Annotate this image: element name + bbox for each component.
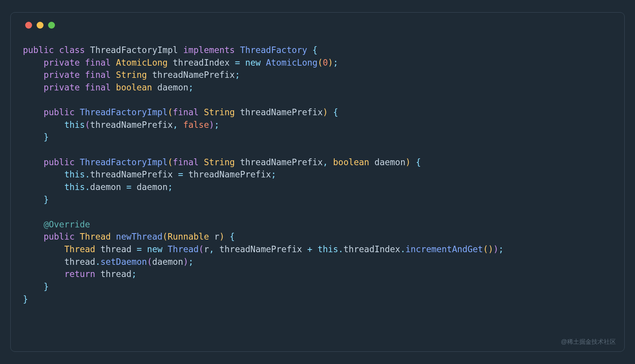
code-line: public ThreadFactoryImpl(final String th… — [23, 106, 612, 119]
code-token: ; — [189, 257, 194, 267]
code-token: threadNamePrefix — [214, 244, 307, 254]
code-line: @Override — [23, 218, 612, 231]
code-token — [111, 232, 116, 242]
code-token: . — [400, 244, 406, 254]
code-line: } — [23, 280, 612, 293]
code-token: this — [64, 169, 85, 179]
code-token: thread — [64, 257, 95, 267]
code-token: public — [44, 107, 80, 117]
watermark: @稀土掘金技术社区 — [561, 338, 616, 346]
code-token: threadIndex — [168, 58, 235, 68]
code-token: , — [323, 157, 328, 167]
minimize-icon[interactable] — [37, 22, 44, 29]
code-line: public Thread newThread(Runnable r) { — [23, 230, 612, 243]
code-token: this — [64, 120, 85, 130]
code-line: Thread thread = new Thread(r, threadName… — [23, 243, 612, 256]
code-line: } — [23, 293, 612, 306]
code-token: { — [328, 107, 338, 117]
code-token: implements — [178, 45, 240, 55]
code-token: { — [307, 45, 318, 55]
code-window: public class ThreadFactoryImpl implement… — [10, 12, 625, 352]
code-token: threadNamePrefix — [147, 70, 235, 80]
code-token: ) — [493, 244, 499, 254]
code-token — [23, 244, 64, 254]
code-token: private — [44, 58, 85, 68]
code-token: class — [59, 45, 90, 55]
code-token: threadNamePrefix — [90, 169, 173, 179]
code-token: ( — [199, 244, 204, 254]
maximize-icon[interactable] — [48, 22, 55, 29]
code-token: String — [116, 70, 147, 80]
code-token — [23, 232, 44, 242]
code-token: daemon — [152, 257, 183, 267]
code-token: new — [147, 244, 168, 254]
code-token: public — [44, 232, 80, 242]
code-token — [23, 282, 44, 292]
code-token: ( — [168, 107, 173, 117]
code-token: } — [44, 282, 49, 292]
code-token: 0 — [323, 58, 328, 68]
code-block: public class ThreadFactoryImpl implement… — [23, 44, 612, 305]
code-line: private final AtomicLong threadIndex = n… — [23, 56, 612, 69]
code-token: ( — [318, 58, 323, 68]
code-token: ) — [328, 58, 333, 68]
code-token: thread — [100, 269, 131, 279]
code-token: ; — [498, 244, 504, 254]
code-token — [23, 157, 44, 167]
code-token: } — [23, 294, 28, 304]
code-token: ; — [271, 169, 276, 179]
code-token: . — [95, 257, 101, 267]
code-token — [328, 157, 333, 167]
code-token: ; — [131, 269, 137, 279]
code-token: , — [209, 244, 214, 254]
code-token — [23, 107, 44, 117]
code-token: AtomicLong — [266, 58, 318, 68]
code-token: } — [44, 195, 49, 205]
code-token: { — [224, 232, 235, 242]
code-token — [23, 182, 64, 192]
code-line: this.daemon = daemon; — [23, 181, 612, 193]
code-token: boolean — [116, 82, 152, 92]
code-token: Runnable — [168, 232, 209, 242]
code-token: ; — [189, 82, 194, 92]
code-token: private — [44, 70, 85, 80]
code-token: ( — [163, 232, 168, 242]
code-token — [23, 219, 44, 229]
code-line: thread.setDaemon(daemon); — [23, 256, 612, 268]
code-token: daemon — [90, 182, 121, 192]
code-line — [23, 143, 612, 156]
code-token: incrementAndGet — [405, 244, 483, 254]
code-token: final — [173, 107, 204, 117]
code-token: Thread — [168, 244, 198, 254]
close-icon[interactable] — [25, 22, 32, 29]
code-token: threadIndex — [343, 244, 400, 254]
code-line: public ThreadFactoryImpl(final String th… — [23, 156, 612, 169]
code-line: } — [23, 193, 612, 206]
code-line: return thread; — [23, 268, 612, 280]
code-token: setDaemon — [100, 257, 147, 267]
code-token: ) — [488, 244, 493, 254]
code-token: } — [44, 132, 49, 142]
code-line — [23, 94, 612, 106]
code-line — [23, 206, 612, 218]
code-token: ) — [405, 157, 411, 167]
code-token: threadNamePrefix — [235, 157, 322, 167]
code-token: ( — [168, 157, 173, 167]
code-token: ; — [333, 58, 338, 68]
code-token: String — [204, 107, 235, 117]
code-token: @Override — [44, 219, 90, 229]
code-token: ) — [323, 107, 328, 117]
code-token — [23, 58, 44, 68]
code-token — [23, 195, 44, 205]
code-token: + — [307, 244, 318, 254]
code-token: . — [85, 182, 90, 192]
code-line: this(threadNamePrefix, false); — [23, 119, 612, 131]
code-token: false — [183, 120, 209, 130]
code-token: daemon — [369, 157, 406, 167]
code-token: Thread — [80, 232, 111, 242]
code-token: threadNamePrefix — [235, 107, 322, 117]
code-token: { — [411, 157, 421, 167]
code-token: AtomicLong — [116, 58, 168, 68]
code-token: this — [318, 244, 338, 254]
code-token: thread — [95, 244, 137, 254]
